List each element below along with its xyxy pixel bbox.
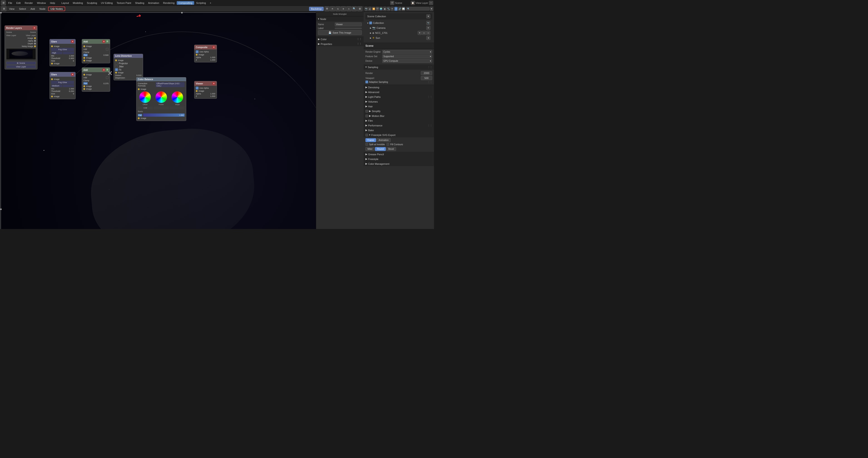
name-input[interactable]: Viewer — [335, 23, 362, 26]
adaptive-sampling-checkbox[interactable]: ✓ — [365, 80, 368, 83]
prop-object-icon[interactable]: ◆ — [383, 7, 386, 11]
frame-button[interactable]: Frame — [365, 138, 376, 142]
hair-section[interactable]: ▶Hair — [364, 104, 434, 109]
menu-render[interactable]: Render — [23, 1, 35, 5]
collection-render[interactable]: 📷 — [426, 21, 430, 25]
render-samples-value[interactable]: 2000 — [421, 71, 432, 75]
prop-particles-icon[interactable]: ✦ — [391, 7, 394, 11]
node-viewer[interactable]: Viewer ✕ ✓Use Alpha Image Alpha1.000 Z1.… — [194, 81, 217, 99]
node-close[interactable]: ✕ — [212, 82, 215, 85]
node-close[interactable]: ✕ — [33, 26, 36, 30]
editor-type-icon[interactable]: ⊞ — [1, 6, 6, 11]
tab-modeling[interactable]: Modeling — [71, 1, 85, 5]
tab-add[interactable]: + — [208, 1, 213, 5]
film-section[interactable]: ▶Film — [364, 118, 434, 123]
channel-r[interactable]: R — [330, 6, 335, 11]
scene-collection-filter[interactable]: ▼ — [426, 14, 430, 19]
ncc-extra[interactable]: 99 — [426, 31, 430, 35]
tab-texture-paint[interactable]: Texture Paint — [115, 1, 133, 5]
menu-window[interactable]: Window — [35, 1, 48, 5]
collection-item-sun[interactable]: ▶ ☀ Sun ⚙ — [365, 35, 432, 40]
prop-modifier-icon[interactable]: 🔧 — [387, 7, 390, 11]
tab-uv-editing[interactable]: UV Editing — [99, 1, 115, 5]
backdrop-button[interactable]: Backdrop — [309, 7, 323, 11]
render-engine-dropdown[interactable]: Cycles ▾ — [382, 50, 432, 54]
prop-scene-icon[interactable]: 🎬 — [376, 7, 379, 11]
node-options2[interactable]: ⚙ — [106, 68, 108, 71]
animation-button[interactable]: Animation — [376, 138, 391, 142]
motion-blur-checkbox[interactable] — [365, 115, 368, 117]
node-lens-distortion[interactable]: Lens Distortion Image Projector Jitter ✓… — [114, 54, 143, 80]
round-button[interactable]: Round — [375, 147, 385, 151]
prop-output-icon[interactable]: 🖨 — [368, 7, 371, 11]
freestyle-svg-checkbox[interactable] — [365, 134, 368, 136]
ncc-hide[interactable]: 👁 — [417, 31, 422, 35]
use-nodes-button[interactable]: Use Nodes — [48, 7, 65, 11]
feature-set-dropdown[interactable]: Supported ▾ — [382, 55, 432, 58]
tab-layout[interactable]: Layout — [60, 1, 71, 5]
node-glare-2[interactable]: Glare ✕ Image Fog Glow Medium Mix1.000 T… — [50, 72, 75, 99]
tab-shading[interactable]: Shading — [133, 1, 146, 5]
freestyle-svg-section[interactable]: ▾Freestyle SVG Export — [364, 133, 434, 137]
label-input[interactable] — [335, 28, 362, 29]
node-composite[interactable]: Composite ✕ ✓Use Alpha Image Alpha1.000 … — [194, 45, 217, 62]
node-glare-1[interactable]: Glare ✕ Image Fog Glow High Mix1.000 Thr… — [50, 39, 75, 66]
menu-edit[interactable]: Edit — [14, 1, 23, 5]
scene-icon[interactable]: 🎬 — [390, 1, 394, 5]
prop-render-icon[interactable]: 📷 — [365, 7, 368, 11]
zoom-icon[interactable]: 🔍 — [352, 6, 357, 11]
sampling-menu[interactable]: ⋮⋮ — [428, 66, 432, 68]
view-layer-icon[interactable]: 📋 — [411, 1, 415, 5]
prop-world-icon[interactable]: 🌍 — [379, 7, 383, 11]
viewport-samples-value[interactable]: 500 — [421, 76, 432, 80]
sun-gear[interactable]: ⚙ — [426, 36, 430, 40]
node-close[interactable]: ✕ — [71, 73, 74, 76]
bake-section[interactable]: ▶Bake — [364, 128, 434, 133]
channel-b[interactable]: B — [341, 6, 346, 11]
volumes-section[interactable]: ▶Volumes — [364, 99, 434, 104]
bevel-button[interactable]: Bevel — [386, 147, 396, 151]
node-options[interactable]: ⚙ — [106, 40, 108, 43]
collection-item-ncc[interactable]: ▶ ◆ NCC_1701 👁 99 99 — [365, 30, 432, 35]
menu-help[interactable]: Help — [48, 1, 57, 5]
tab-rendering[interactable]: Rendering — [161, 1, 177, 5]
menu-file[interactable]: File — [6, 1, 14, 5]
save-image-button[interactable]: 💾 Save This Image — [318, 30, 362, 35]
filter-icon[interactable]: ⊞ — [357, 6, 362, 11]
node-add-menu[interactable]: Add — [29, 7, 37, 11]
light-paths-section[interactable]: ▶Light Paths ⋮⋮ — [364, 94, 434, 99]
advanced-section[interactable]: ▶Advanced — [364, 90, 434, 94]
collection-root[interactable]: ▾ ✓ Collection 📷 — [365, 21, 432, 25]
filter-icon-right[interactable]: ▼ — [430, 7, 433, 11]
node-close[interactable]: ✕ — [71, 40, 74, 43]
props-search-input[interactable] — [410, 7, 428, 10]
simplify-section[interactable]: ▶Simplify — [364, 109, 434, 113]
fill-contours-checkbox[interactable] — [386, 143, 389, 146]
prop-data-icon[interactable]: 📊 — [402, 7, 405, 11]
node-add-2[interactable]: Add ✕ ⚙ Image Add Clamp Fac 0.375 — [82, 67, 110, 92]
node-add-1[interactable]: Add ✕ ⚙ Image Add Clamp Fac 0.500 — [82, 39, 110, 63]
node-close[interactable]: ✕ — [102, 40, 105, 43]
ncc-render-toggle[interactable]: 99 — [422, 31, 426, 35]
tab-compositing[interactable]: Compositing — [177, 1, 194, 5]
miter-button[interactable]: Miter — [365, 147, 374, 151]
node-view-menu[interactable]: View — [7, 7, 17, 11]
node-select-menu[interactable]: Select — [17, 7, 28, 11]
node-close[interactable]: ✕ — [212, 45, 215, 49]
channel-a[interactable]: A — [346, 6, 351, 11]
node-section-header[interactable]: ▾ Node — [316, 17, 364, 22]
grease-pencil-section[interactable]: ▶Grease Pencil — [364, 152, 434, 157]
prop-physics-icon[interactable]: ⚙ — [394, 7, 397, 11]
backdrop-settings-icon[interactable]: ⚙ — [324, 6, 330, 11]
node-close[interactable]: ✕ — [102, 68, 105, 71]
sampling-header[interactable]: ▾ Sampling ⋮⋮ — [364, 64, 434, 70]
node-render-layers[interactable]: Render Layers ✕ SceneScene View LayerVie… — [4, 25, 37, 69]
channel-g[interactable]: G — [335, 6, 340, 11]
color-section[interactable]: ▶ Color ⋮⋮ — [316, 37, 364, 41]
node-editor-canvas[interactable]: Render Layers ✕ SceneScene View LayerVie… — [0, 12, 364, 229]
device-dropdown[interactable]: GPU Compute ▾ — [382, 59, 432, 63]
prop-view-layer-icon[interactable]: 🔀 — [372, 7, 375, 11]
freestyle-section[interactable]: ▶Freestyle — [364, 157, 434, 161]
adaptive-sampling-menu[interactable]: ⋮⋮ — [428, 81, 432, 83]
tab-animation[interactable]: Animation — [146, 1, 161, 5]
